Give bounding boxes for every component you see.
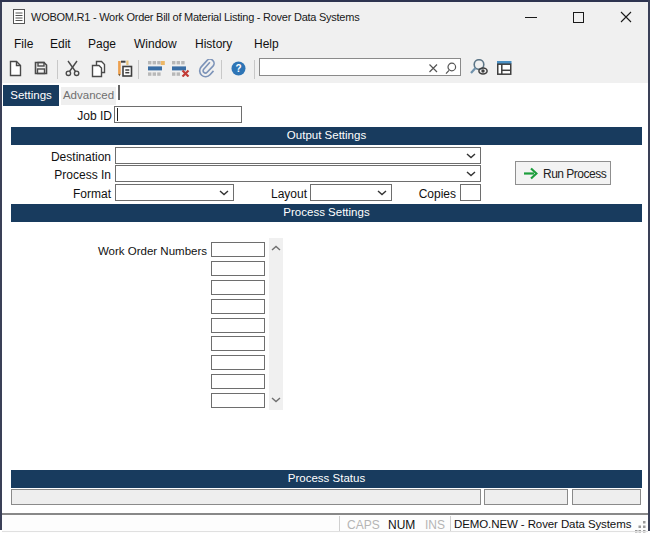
svg-text:?: ? (235, 63, 241, 74)
